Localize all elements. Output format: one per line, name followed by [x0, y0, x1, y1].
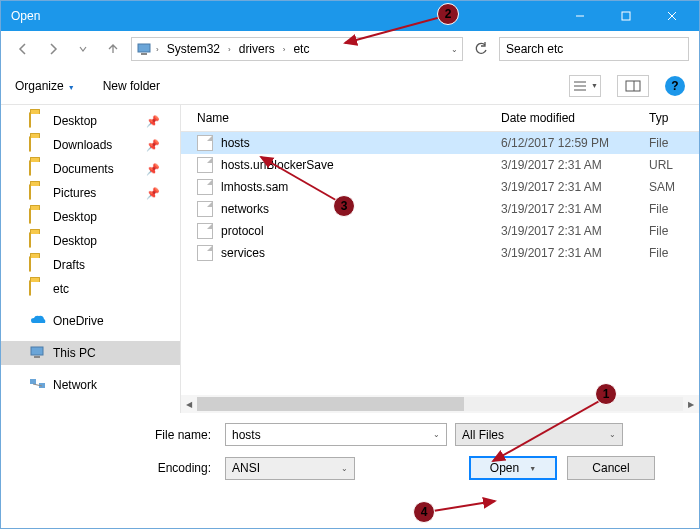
pin-icon: 📌: [146, 115, 160, 128]
svg-rect-11: [31, 347, 43, 355]
file-icon: [197, 245, 213, 261]
sidebar-item-onedrive[interactable]: OneDrive: [1, 309, 180, 333]
annotation-callout-1: 1: [595, 383, 617, 405]
column-name[interactable]: Name: [197, 111, 501, 125]
sidebar-item-desktop[interactable]: Desktop: [1, 229, 180, 253]
view-options-button[interactable]: ▼: [569, 75, 601, 97]
filename-label: File name:: [17, 428, 217, 442]
scroll-left-icon[interactable]: ◀: [181, 396, 197, 412]
organize-button[interactable]: Organize▼: [15, 79, 75, 93]
up-button[interactable]: [101, 37, 125, 61]
sidebar-item-documents[interactable]: Documents📌: [1, 157, 180, 181]
scroll-thumb[interactable]: [197, 397, 464, 411]
chevron-right-icon: ›: [226, 45, 233, 54]
encoding-label: Encoding:: [17, 461, 217, 475]
breadcrumb-item[interactable]: etc: [289, 42, 313, 56]
search-input[interactable]: Search etc: [499, 37, 689, 61]
preview-pane-button[interactable]: [617, 75, 649, 97]
table-row[interactable]: networks3/19/2017 2:31 AMFile: [181, 198, 699, 220]
file-icon: [197, 201, 213, 217]
svg-rect-9: [626, 81, 640, 91]
titlebar: Open: [1, 1, 699, 31]
file-icon: [197, 157, 213, 173]
annotation-callout-2: 2: [437, 3, 459, 25]
window-buttons: [557, 1, 695, 31]
help-button[interactable]: ?: [665, 76, 685, 96]
sidebar-item-thispc[interactable]: This PC: [1, 341, 180, 365]
forward-button[interactable]: [41, 37, 65, 61]
svg-rect-4: [138, 44, 150, 52]
cancel-button[interactable]: Cancel: [567, 456, 655, 480]
horizontal-scrollbar[interactable]: ◀ ▶: [181, 395, 699, 413]
close-button[interactable]: [649, 1, 695, 31]
chevron-down-icon: ⌄: [433, 430, 440, 439]
search-placeholder: Search etc: [506, 42, 563, 56]
file-icon: [197, 135, 213, 151]
sidebar-item-drafts[interactable]: Drafts: [1, 253, 180, 277]
recent-dropdown[interactable]: [71, 37, 95, 61]
svg-rect-13: [30, 379, 36, 384]
sidebar: Desktop📌 Downloads📌 Documents📌 Pictures📌…: [1, 105, 181, 413]
maximize-button[interactable]: [603, 1, 649, 31]
sidebar-item-etc[interactable]: etc: [1, 277, 180, 301]
annotation-callout-4: 4: [413, 501, 435, 523]
chevron-right-icon: ›: [281, 45, 288, 54]
sidebar-item-desktop[interactable]: Desktop: [1, 205, 180, 229]
new-folder-button[interactable]: New folder: [103, 79, 160, 93]
table-row[interactable]: hosts.urlBlockerSave3/19/2017 2:31 AMURL: [181, 154, 699, 176]
table-row[interactable]: lmhosts.sam3/19/2017 2:31 AMSAM: [181, 176, 699, 198]
refresh-button[interactable]: [469, 37, 493, 61]
sidebar-item-desktop[interactable]: Desktop📌: [1, 109, 180, 133]
chevron-down-icon[interactable]: ⌄: [451, 45, 458, 54]
table-row[interactable]: protocol3/19/2017 2:31 AMFile: [181, 220, 699, 242]
svg-rect-5: [141, 53, 147, 55]
breadcrumb-item[interactable]: drivers: [235, 42, 279, 56]
back-button[interactable]: [11, 37, 35, 61]
bottom-form: File name: hosts⌄ All Files⌄ Encoding: A…: [1, 413, 699, 502]
svg-line-19: [433, 501, 495, 511]
sidebar-item-network[interactable]: Network: [1, 373, 180, 397]
file-icon: [197, 223, 213, 239]
sidebar-item-downloads[interactable]: Downloads📌: [1, 133, 180, 157]
file-icon: [197, 179, 213, 195]
dialog-body: Desktop📌 Downloads📌 Documents📌 Pictures📌…: [1, 105, 699, 413]
network-icon: [29, 377, 47, 393]
svg-rect-12: [34, 356, 40, 358]
breadcrumb-item[interactable]: System32: [163, 42, 224, 56]
pin-icon: 📌: [146, 187, 160, 200]
table-row[interactable]: services3/19/2017 2:31 AMFile: [181, 242, 699, 264]
onedrive-icon: [29, 313, 47, 329]
open-button[interactable]: Open▼: [469, 456, 557, 480]
column-type[interactable]: Typ: [649, 111, 689, 125]
window-title: Open: [11, 9, 40, 23]
pin-icon: 📌: [146, 139, 160, 152]
toolbar: Organize▼ New folder ▼ ?: [1, 67, 699, 105]
annotation-callout-3: 3: [333, 195, 355, 217]
nav-row: › System32 › drivers › etc ⌄ Search etc: [1, 31, 699, 67]
file-pane: Name Date modified Typ hosts6/12/2017 12…: [181, 105, 699, 413]
sidebar-item-pictures[interactable]: Pictures📌: [1, 181, 180, 205]
scroll-right-icon[interactable]: ▶: [683, 396, 699, 412]
table-row[interactable]: hosts6/12/2017 12:59 PMFile: [181, 132, 699, 154]
minimize-button[interactable]: [557, 1, 603, 31]
pc-icon: [29, 345, 47, 361]
svg-rect-1: [622, 12, 630, 20]
filename-input[interactable]: hosts⌄: [225, 423, 447, 446]
chevron-down-icon: ⌄: [341, 464, 348, 473]
file-list: hosts6/12/2017 12:59 PMFile hosts.urlBlo…: [181, 132, 699, 395]
column-date[interactable]: Date modified: [501, 111, 649, 125]
pc-icon: [136, 41, 152, 57]
chevron-down-icon: ⌄: [609, 430, 616, 439]
pin-icon: 📌: [146, 163, 160, 176]
breadcrumb[interactable]: › System32 › drivers › etc ⌄: [131, 37, 463, 61]
column-headers[interactable]: Name Date modified Typ: [181, 105, 699, 132]
encoding-select[interactable]: ANSI⌄: [225, 457, 355, 480]
file-type-filter[interactable]: All Files⌄: [455, 423, 623, 446]
chevron-right-icon: ›: [154, 45, 161, 54]
